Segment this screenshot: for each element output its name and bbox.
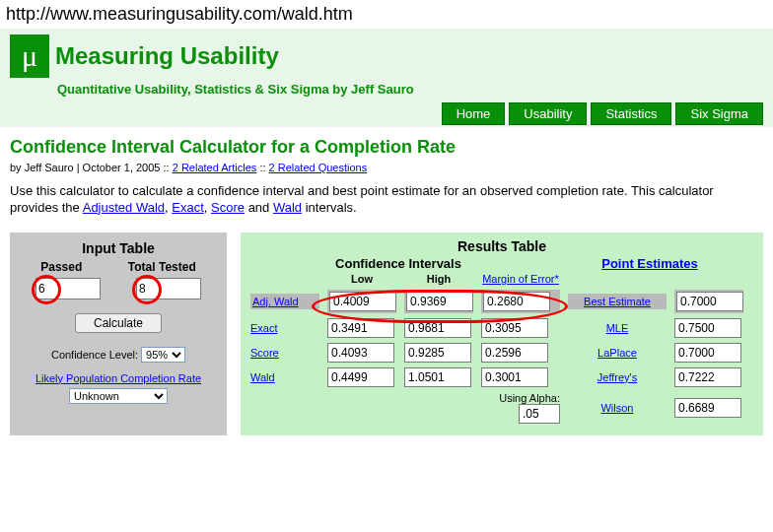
exact-link[interactable]: Exact	[172, 200, 204, 215]
alpha-input[interactable]	[519, 404, 560, 424]
laplace-val[interactable]	[674, 343, 741, 363]
exact-high[interactable]	[404, 318, 471, 338]
calculate-button[interactable]: Calculate	[75, 313, 162, 333]
related-questions-link[interactable]: 2 Related Questions	[269, 162, 368, 173]
confidence-level-select[interactable]: 95%	[141, 347, 185, 363]
adjwald-low[interactable]	[329, 292, 396, 311]
exact-moe[interactable]	[481, 318, 548, 338]
wald-link[interactable]: Wald	[273, 200, 302, 215]
col-low: Low	[327, 273, 396, 285]
score-link[interactable]: Score	[211, 200, 245, 215]
wald-high[interactable]	[404, 367, 471, 387]
passed-input[interactable]	[35, 278, 101, 299]
wilson-link[interactable]: Wilson	[568, 402, 667, 414]
wald-moe[interactable]	[481, 367, 548, 387]
page-title: Confidence Interval Calculator for a Com…	[10, 137, 763, 158]
pe-header-link[interactable]: Point Estimates	[546, 256, 753, 271]
logo-icon: μ	[10, 34, 49, 78]
best-estimate-link[interactable]: Best Estimate	[568, 294, 667, 309]
byline: by Jeff Sauro | October 1, 2005 :: 2 Rel…	[10, 162, 763, 173]
col-high: High	[404, 273, 473, 285]
results-panel: Results Table Confidence Intervals Point…	[241, 233, 763, 435]
row-wald-link[interactable]: Wald	[250, 371, 319, 383]
row-exact-link[interactable]: Exact	[250, 322, 319, 334]
row-score-link[interactable]: Score	[250, 347, 319, 359]
adjusted-wald-link[interactable]: Adjusted Wald	[83, 200, 165, 215]
jeffreys-link[interactable]: Jeffrey's	[568, 371, 667, 383]
mle-val[interactable]	[674, 318, 741, 338]
adjwald-moe[interactable]	[483, 292, 550, 311]
score-high[interactable]	[404, 343, 471, 363]
nav-sixsigma[interactable]: Six Sigma	[675, 102, 763, 125]
confidence-level-label: Confidence Level:	[51, 349, 138, 361]
adjwald-high[interactable]	[406, 292, 473, 311]
total-input[interactable]	[136, 278, 201, 299]
nav-usability[interactable]: Usability	[509, 102, 587, 125]
mle-link[interactable]: MLE	[568, 322, 667, 334]
laplace-link[interactable]: LaPlace	[568, 347, 667, 359]
site-header: μ Measuring Usability Quantitative Usabi…	[0, 29, 773, 127]
nav-home[interactable]: Home	[442, 102, 506, 125]
brand-title: Measuring Usability	[55, 42, 279, 70]
intro-text: Use this calculator to calculate a confi…	[10, 183, 763, 217]
nav-bar: Home Usability Statistics Six Sigma	[10, 102, 763, 127]
alpha-label: Using Alpha:	[499, 392, 560, 404]
exact-low[interactable]	[327, 318, 394, 338]
row-adjwald-link[interactable]: Adj. Wald	[250, 294, 319, 309]
tagline: Quantitative Usability, Statistics & Six…	[57, 82, 763, 97]
wilson-val[interactable]	[674, 398, 741, 418]
input-title: Input Table	[18, 240, 219, 256]
nav-statistics[interactable]: Statistics	[591, 102, 671, 125]
byline-sep: ::	[259, 162, 268, 173]
jeffreys-val[interactable]	[674, 367, 741, 387]
input-panel: Input Table Passed Total Tested Calculat…	[10, 233, 227, 435]
col-moe-link[interactable]: Margin of Error*	[481, 273, 560, 285]
best-estimate-val[interactable]	[676, 292, 743, 311]
related-articles-link[interactable]: 2 Related Articles	[173, 162, 257, 173]
results-grid: Low High Margin of Error* Adj. Wald Best…	[250, 273, 753, 424]
score-low[interactable]	[327, 343, 394, 363]
total-label: Total Tested	[128, 260, 196, 274]
byline-author: by Jeff Sauro | October 1, 2005 ::	[10, 162, 173, 173]
results-title: Results Table	[250, 238, 753, 254]
lpcr-link[interactable]: Likely Population Completion Rate	[35, 372, 201, 384]
page-url: http://www.measuringusability.com/wald.h…	[0, 0, 773, 29]
passed-label: Passed	[40, 260, 82, 274]
lpcr-select[interactable]: Unknown	[69, 388, 168, 404]
score-moe[interactable]	[481, 343, 548, 363]
ci-header: Confidence Intervals	[250, 256, 546, 271]
wald-low[interactable]	[327, 367, 394, 387]
